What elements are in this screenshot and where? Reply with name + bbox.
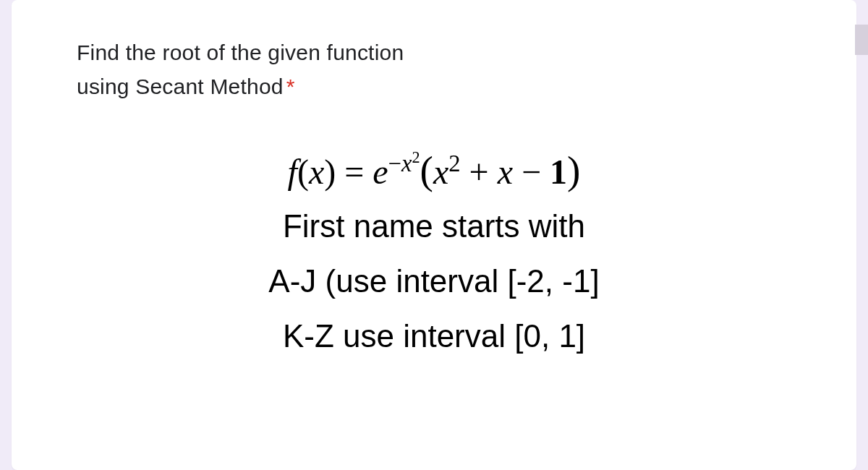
eq-term2-x: x xyxy=(498,153,513,191)
eq-plus: + xyxy=(461,153,498,191)
question-line-2: using Secant Method xyxy=(77,74,284,98)
eq-exp-sq: 2 xyxy=(412,148,420,166)
eq-term1-sq: 2 xyxy=(448,150,460,176)
side-accent xyxy=(855,25,868,55)
equation-formula: f(x) = e−x2(x2 + x − 1) xyxy=(77,147,791,195)
eq-paren-close: ) xyxy=(567,148,580,192)
eq-open: ( xyxy=(297,153,309,191)
eq-close: ) xyxy=(324,153,336,191)
eq-f: f xyxy=(288,153,297,191)
eq-e: e xyxy=(373,153,388,191)
eq-x: x xyxy=(309,153,324,191)
equation-block: f(x) = e−x2(x2 + x − 1) First name start… xyxy=(77,147,791,359)
eq-exponent: −x2 xyxy=(388,150,420,176)
eq-term3: 1 xyxy=(550,153,567,191)
eq-exp-x: x xyxy=(401,150,412,176)
required-asterisk: * xyxy=(286,74,295,98)
instruction-line-2: A-J (use interval [-2, -1] xyxy=(77,258,791,304)
eq-exp-neg: − xyxy=(388,150,401,176)
question-line-1: Find the root of the given function xyxy=(77,40,404,64)
question-card: Find the root of the given function usin… xyxy=(12,0,856,470)
eq-paren-open: ( xyxy=(420,148,433,192)
eq-term1-x: x xyxy=(433,153,448,191)
eq-minus: − xyxy=(513,153,550,191)
question-text: Find the root of the given function usin… xyxy=(77,36,791,103)
instruction-line-1: First name starts with xyxy=(77,203,791,249)
eq-equals: = xyxy=(336,153,373,191)
instruction-line-3: K-Z use interval [0, 1] xyxy=(77,313,791,359)
